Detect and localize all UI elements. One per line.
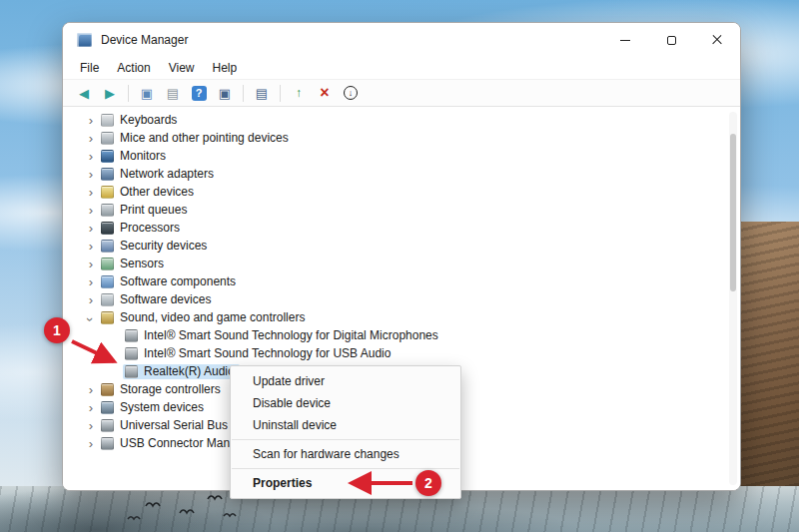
tree-item-body[interactable]: Monitors [99,149,171,164]
chevron-collapsed-icon[interactable] [83,400,99,415]
tree-item-body[interactable]: Intel® Smart Sound Technology for Digita… [123,328,443,343]
chevron-collapsed-icon[interactable] [83,274,99,289]
tree-item[interactable]: Keyboards [83,111,740,129]
devices-view-button[interactable]: ▣ [213,82,237,104]
tree-item-body[interactable]: Software devices [99,292,216,307]
tree-item-body[interactable]: Network adapters [99,167,219,182]
menu-help[interactable]: Help [204,59,247,77]
sensor-icon [101,258,114,270]
chevron-collapsed-icon[interactable] [83,382,99,397]
minimize-button[interactable] [602,23,648,57]
tree-item-label: Software components [120,275,236,287]
tree-item[interactable]: Processors [83,219,740,237]
security-device-icon [101,240,114,253]
tree-item-body[interactable]: Storage controllers [99,382,226,397]
tree-item-label: Processors [120,222,180,234]
monitor-icon [101,150,114,163]
update-driver-button[interactable]: ↑ [287,82,311,104]
print-queue-icon [101,204,114,217]
tree-item-body[interactable]: Other devices [99,185,199,200]
vertical-scrollbar[interactable] [729,112,737,485]
uninstall-x-icon: × [320,85,329,101]
tree-item-label: Network adapters [120,168,214,180]
forward-arrow-icon: ▶ [105,87,115,100]
other-devices-icon [101,186,114,199]
back-arrow-icon: ◀ [79,87,89,100]
tree-item-body[interactable]: Mice and other pointing devices [99,131,294,146]
chevron-collapsed-icon[interactable] [83,239,99,254]
tree-item[interactable]: Software components [83,272,740,290]
properties-toolbar-button[interactable]: ▤ [161,82,185,104]
disable-device-button[interactable]: ↓ [339,82,363,104]
chevron-collapsed-icon[interactable] [83,185,99,200]
tree-item-body[interactable]: Sound, video and game controllers [99,310,310,325]
tree-item-body[interactable]: System devices [99,400,209,415]
show-console-tree-button[interactable]: ▣ [135,82,159,104]
maximize-button[interactable] [648,23,694,57]
context-menu-item-uninstall-device[interactable]: Uninstall device [231,414,460,436]
chevron-collapsed-icon[interactable] [83,436,99,451]
network-adapter-icon [101,168,114,181]
context-menu-item-update-driver[interactable]: Update driver [231,370,460,392]
tree-item[interactable]: Sound, video and game controllers [83,308,740,326]
tree-item-body[interactable]: Keyboards [99,113,182,128]
tree-item-selected[interactable]: Realtek(R) Audio [123,364,240,379]
back-button[interactable]: ◀ [72,82,96,104]
tree-item-label: Keyboards [120,114,177,126]
tree-item[interactable]: Mice and other pointing devices [83,129,740,147]
scan-hardware-button[interactable]: ▤ [250,82,274,104]
tree-item-label: Realtek(R) Audio [144,365,235,377]
tree-item[interactable]: Network adapters [83,165,740,183]
menu-view[interactable]: View [160,59,204,77]
tree-item[interactable]: Intel® Smart Sound Technology for USB Au… [83,344,740,362]
context-menu-item-disable-device[interactable]: Disable device [231,392,460,414]
tree-item[interactable]: Security devices [83,237,740,255]
uninstall-device-button[interactable]: × [313,82,337,104]
screen: Device Manager File Action View Help ◀▶▣… [0,0,799,532]
annotation-badge-2: 2 [415,470,441,496]
context-menu-item-scan-for-hardware-changes[interactable]: Scan for hardware changes [231,443,460,465]
tree-item-body[interactable]: Print queues [99,203,192,218]
context-menu-separator [232,439,459,440]
chevron-collapsed-icon[interactable] [83,203,99,218]
menu-action[interactable]: Action [108,59,159,77]
processor-icon [101,222,114,235]
chevron-collapsed-icon[interactable] [83,131,99,146]
tree-item[interactable]: Sensors [83,255,740,272]
chevron-collapsed-icon[interactable] [83,221,99,236]
tree-item-label: Software devices [120,293,211,305]
tree-item-body[interactable]: Processors [99,221,185,236]
tree-item-label: Sound, video and game controllers [120,311,305,323]
system-device-icon [101,401,114,414]
tree-item-label: Storage controllers [120,383,221,395]
maximize-icon [667,36,676,45]
tree-item[interactable]: Monitors [83,147,740,165]
scan-computer-icon: ▤ [256,87,268,100]
toolbar: ◀▶▣▤?▣▤↑×↓ [63,79,740,107]
tree-item-body[interactable]: Security devices [99,239,212,254]
monitor-list-icon: ▣ [219,87,231,100]
tree-item[interactable]: Print queues [83,201,740,219]
sound-controller-icon [101,311,114,324]
audio-device-icon [125,347,138,360]
tree-item-body[interactable]: Sensors [99,257,169,271]
chevron-collapsed-icon[interactable] [83,257,99,271]
chevron-collapsed-icon[interactable] [83,113,99,128]
chevron-collapsed-icon[interactable] [83,149,99,164]
usb-controller-icon [101,419,114,432]
chevron-collapsed-icon[interactable] [83,292,99,307]
close-button[interactable] [694,23,740,57]
tree-item[interactable]: Intel® Smart Sound Technology for Digita… [83,326,740,344]
chevron-collapsed-icon[interactable] [83,418,99,433]
tree-item[interactable]: Other devices [83,183,740,201]
forward-button[interactable]: ▶ [98,82,122,104]
scrollbar-thumb[interactable] [730,134,736,290]
tree-item[interactable]: Software devices [83,290,740,308]
menu-file[interactable]: File [71,59,108,77]
tree-item-body[interactable]: Software components [99,274,241,289]
chevron-collapsed-icon[interactable] [83,167,99,182]
chevron-expanded-icon[interactable] [83,311,98,327]
tree-item-body[interactable]: Intel® Smart Sound Technology for USB Au… [123,346,396,361]
help-button[interactable]: ? [187,82,211,104]
disable-circle-icon: ↓ [344,86,358,100]
